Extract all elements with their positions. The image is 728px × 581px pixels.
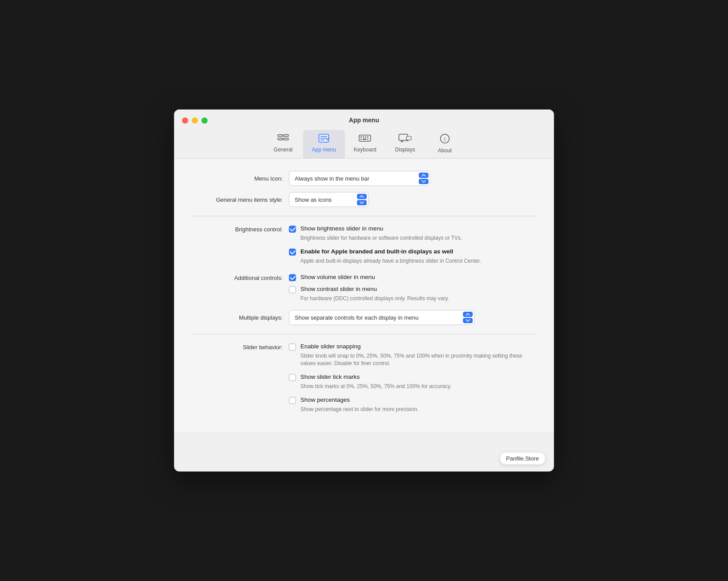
enable-apple-displays-row: Enable for Apple branded and built-in di… bbox=[289, 248, 481, 256]
tab-displays[interactable]: Displays bbox=[385, 130, 425, 158]
show-contrast-slider-row: Show contrast slider in menu bbox=[289, 286, 449, 293]
snapping-hint: Slider knob will snap to 0%, 25%, 50%, 7… bbox=[300, 352, 530, 367]
divider-2 bbox=[192, 334, 536, 334]
menu-icon-down-arrow[interactable] bbox=[419, 179, 428, 184]
svg-rect-3 bbox=[284, 138, 288, 140]
general-style-label: General menu items style: bbox=[192, 196, 289, 203]
multiple-displays-row: Multiple displays: Show separate control… bbox=[192, 310, 536, 325]
multiple-displays-label: Multiple displays: bbox=[192, 314, 289, 321]
minimize-button[interactable] bbox=[192, 117, 198, 124]
percentages-hint: Show percentage next to slider for more … bbox=[300, 406, 530, 413]
show-tick-marks-label: Show slider tick marks bbox=[300, 374, 360, 380]
apple-displays-hint: Apple and built-in displays already have… bbox=[300, 257, 481, 265]
appmenu-icon bbox=[318, 133, 330, 145]
svg-rect-0 bbox=[278, 135, 283, 136]
multiple-displays-select[interactable]: Show separate controls for each display … bbox=[289, 310, 474, 325]
general-style-row: General menu items style: Show as icons bbox=[192, 192, 536, 207]
svg-rect-2 bbox=[278, 138, 283, 140]
multiple-displays-stepper[interactable] bbox=[463, 312, 473, 323]
content-area: Menu Icon: Always show in the menu bar bbox=[174, 158, 554, 432]
enable-apple-displays-checkbox[interactable] bbox=[289, 249, 296, 256]
tab-general[interactable]: General bbox=[263, 130, 303, 158]
general-style-select[interactable]: Show as icons bbox=[289, 192, 368, 207]
watermark-text: Panfile.Store bbox=[506, 455, 539, 462]
show-volume-slider-row: Show volume slider in menu bbox=[289, 274, 449, 281]
about-icon: i bbox=[440, 133, 450, 146]
tabbar: General App menu bbox=[263, 130, 465, 158]
svg-rect-14 bbox=[363, 139, 366, 140]
enable-snapping-label: Enable slider snapping bbox=[300, 343, 361, 350]
show-tick-marks-checkbox[interactable] bbox=[289, 374, 296, 381]
menu-icon-value: Always show in the menu bar bbox=[295, 175, 416, 182]
menu-icon-label: Menu Icon: bbox=[192, 175, 289, 182]
tab-about[interactable]: i About bbox=[425, 130, 465, 158]
show-brightness-slider-checkbox[interactable] bbox=[289, 226, 296, 233]
svg-rect-11 bbox=[365, 136, 366, 138]
multiple-displays-up-arrow[interactable] bbox=[463, 312, 473, 317]
slider-behavior-section: Slider behavior: Enable slider snapping … bbox=[192, 343, 536, 419]
svg-rect-9 bbox=[360, 136, 362, 138]
general-style-up-arrow[interactable] bbox=[357, 194, 367, 199]
svg-rect-19 bbox=[406, 136, 411, 140]
brightness-hint: Brightness slider for hardware or softwa… bbox=[300, 234, 481, 242]
brightness-section: Brightness control: Show brightness slid… bbox=[192, 225, 536, 271]
tab-appmenu[interactable]: App menu bbox=[303, 130, 345, 158]
tab-keyboard-label: Keyboard bbox=[354, 147, 376, 153]
enable-snapping-checkbox[interactable] bbox=[289, 343, 296, 351]
svg-rect-1 bbox=[284, 135, 288, 136]
svg-text:i: i bbox=[444, 136, 446, 142]
general-icon bbox=[277, 133, 289, 145]
show-brightness-slider-label: Show brightness slider in menu bbox=[300, 225, 383, 232]
show-percentages-label: Show percentages bbox=[300, 396, 350, 403]
tab-about-label: About bbox=[438, 147, 451, 154]
window-title: App menu bbox=[349, 117, 379, 124]
general-style-value: Show as icons bbox=[295, 196, 354, 203]
show-contrast-slider-label: Show contrast slider in menu bbox=[300, 286, 377, 292]
additional-label: Additional controls: bbox=[192, 274, 289, 281]
multiple-displays-down-arrow[interactable] bbox=[463, 318, 473, 323]
svg-rect-13 bbox=[360, 139, 362, 140]
menu-icon-row: Menu Icon: Always show in the menu bar bbox=[192, 171, 536, 186]
show-contrast-slider-checkbox[interactable] bbox=[289, 286, 296, 293]
brightness-controls: Show brightness slider in menu Brightnes… bbox=[289, 225, 481, 271]
titlebar: App menu General bbox=[174, 109, 554, 158]
general-style-down-arrow[interactable] bbox=[357, 200, 367, 205]
menu-icon-select[interactable]: Always show in the menu bar bbox=[289, 171, 430, 186]
multiple-displays-value: Show separate controls for each display … bbox=[295, 314, 460, 321]
slider-behavior-label: Slider behavior: bbox=[192, 343, 289, 351]
enable-snapping-row: Enable slider snapping bbox=[289, 343, 530, 351]
show-percentages-row: Show percentages bbox=[289, 396, 530, 404]
main-window: App menu General bbox=[174, 109, 554, 472]
enable-apple-displays-label: Enable for Apple branded and built-in di… bbox=[300, 248, 453, 255]
svg-rect-15 bbox=[367, 139, 368, 140]
svg-rect-10 bbox=[363, 136, 364, 138]
general-style-stepper[interactable] bbox=[357, 194, 367, 205]
menu-icon-stepper[interactable] bbox=[419, 173, 428, 184]
slider-behavior-controls: Enable slider snapping Slider knob will … bbox=[289, 343, 530, 419]
contrast-hint: For hardware (DDC) controlled displays o… bbox=[300, 295, 449, 302]
watermark: Panfile.Store bbox=[500, 453, 545, 464]
svg-rect-8 bbox=[359, 135, 371, 141]
additional-controls: Show volume slider in menu Show contrast… bbox=[289, 274, 449, 309]
show-brightness-slider-row: Show brightness slider in menu bbox=[289, 225, 481, 233]
close-button[interactable] bbox=[182, 117, 188, 124]
show-percentages-checkbox[interactable] bbox=[289, 397, 296, 404]
brightness-label: Brightness control: bbox=[192, 225, 289, 233]
tab-keyboard[interactable]: Keyboard bbox=[345, 130, 385, 158]
tab-appmenu-label: App menu bbox=[312, 147, 336, 153]
show-volume-slider-checkbox[interactable] bbox=[289, 274, 296, 281]
tick-marks-hint: Show tick marks at 0%, 25%, 50%, 75% and… bbox=[300, 383, 530, 390]
svg-rect-12 bbox=[367, 136, 368, 138]
traffic-lights bbox=[182, 117, 208, 124]
show-volume-slider-label: Show volume slider in menu bbox=[300, 274, 375, 280]
displays-icon bbox=[398, 133, 412, 145]
tab-displays-label: Displays bbox=[395, 147, 415, 153]
show-tick-marks-row: Show slider tick marks bbox=[289, 374, 530, 381]
menu-icon-up-arrow[interactable] bbox=[419, 173, 428, 178]
fullscreen-button[interactable] bbox=[201, 117, 208, 124]
additional-section: Additional controls: Show volume slider … bbox=[192, 274, 536, 309]
tab-general-label: General bbox=[274, 147, 293, 153]
keyboard-icon bbox=[359, 133, 371, 145]
divider-1 bbox=[192, 216, 536, 216]
